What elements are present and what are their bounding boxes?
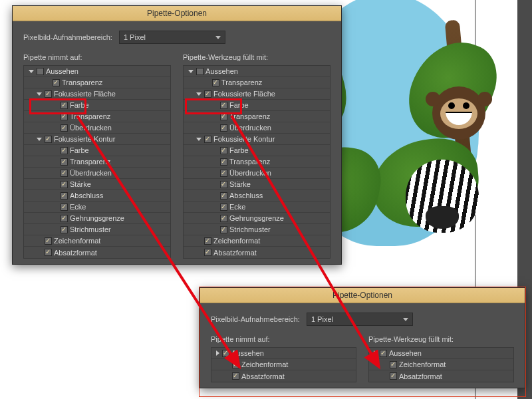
disclosure-down-icon[interactable]: [37, 138, 42, 141]
tree-item[interactable]: Zeichenformat: [184, 235, 330, 247]
tree-item[interactable]: Gehrungsgrenze: [184, 213, 330, 224]
applies-tree[interactable]: AussehenTransparenzFokussierte FlächeFar…: [183, 65, 331, 259]
tree-item[interactable]: Absatzformat: [184, 247, 330, 258]
picks-up-tree-secondary[interactable]: AussehenZeichenformatAbsatzformat: [211, 347, 356, 382]
disclosure-down-icon[interactable]: [196, 92, 201, 96]
tree-item[interactable]: Transparenz: [24, 156, 170, 168]
checkbox[interactable]: [196, 68, 203, 75]
disclosure-right-icon[interactable]: [374, 350, 377, 356]
checkbox[interactable]: [45, 237, 52, 245]
tree-item[interactable]: Absatzformat: [24, 247, 170, 258]
checkbox[interactable]: [37, 68, 44, 75]
tree-item[interactable]: Überdrucken: [184, 168, 330, 179]
tree-item[interactable]: Transparenz: [184, 111, 330, 122]
tree-item[interactable]: Überdrucken: [24, 122, 170, 134]
checkbox[interactable]: [220, 124, 227, 132]
checkbox[interactable]: [232, 372, 239, 380]
checkbox[interactable]: [45, 249, 52, 256]
tree-item-label: Gehrungsgrenze: [229, 214, 284, 222]
checkbox[interactable]: [45, 90, 52, 98]
tree-item-label: Zeichenformat: [213, 237, 260, 245]
tree-item[interactable]: Zeichenformat: [369, 359, 513, 370]
tree-item[interactable]: Strichmuster: [24, 224, 170, 235]
tree-item[interactable]: Zeichenformat: [211, 359, 356, 370]
checkbox[interactable]: [61, 181, 68, 188]
checkbox[interactable]: [220, 170, 227, 177]
checkbox[interactable]: [220, 147, 227, 154]
disclosure-down-icon[interactable]: [37, 92, 42, 96]
tree-item[interactable]: Abschluss: [184, 190, 330, 201]
tree-item[interactable]: Abschluss: [24, 190, 170, 201]
tree-item[interactable]: Farbe: [24, 100, 170, 111]
tree-item[interactable]: Fokussierte Kontur: [184, 134, 330, 145]
tree-item[interactable]: Ecke: [24, 201, 170, 213]
checkbox[interactable]: [220, 192, 227, 200]
raster-sample-select[interactable]: 1 Pixel: [119, 31, 225, 44]
checkbox[interactable]: [61, 102, 68, 109]
disclosure-right-icon[interactable]: [216, 350, 219, 356]
checkbox[interactable]: [204, 136, 211, 143]
checkbox[interactable]: [61, 192, 68, 200]
checkbox[interactable]: [232, 361, 239, 368]
raster-sample-select-secondary[interactable]: 1 Pixel: [307, 313, 413, 326]
checkbox[interactable]: [61, 124, 68, 132]
checkbox[interactable]: [61, 113, 68, 120]
checkbox[interactable]: [220, 181, 227, 188]
checkbox[interactable]: [390, 372, 397, 380]
checkbox[interactable]: [53, 79, 60, 86]
tree-item[interactable]: Fokussierte Kontur: [24, 134, 170, 145]
tree-item[interactable]: Transparenz: [184, 77, 330, 88]
checkbox[interactable]: [220, 158, 227, 166]
checkbox[interactable]: [220, 102, 227, 109]
checkbox[interactable]: [61, 226, 68, 233]
tree-item[interactable]: Aussehen: [369, 348, 513, 359]
tree-item[interactable]: Ecke: [184, 201, 330, 213]
checkbox[interactable]: [61, 170, 68, 177]
tree-item[interactable]: Stärke: [24, 179, 170, 190]
checkbox[interactable]: [204, 90, 211, 98]
tree-item[interactable]: Aussehen: [24, 66, 170, 77]
tree-item[interactable]: Fokussierte Fläche: [24, 88, 170, 100]
checkbox[interactable]: [61, 203, 68, 211]
tree-item[interactable]: Farbe: [24, 145, 170, 156]
tree-item-label: Farbe: [229, 101, 249, 109]
disclosure-down-icon[interactable]: [188, 70, 194, 73]
tree-item[interactable]: Strichmuster: [184, 224, 330, 235]
tree-item[interactable]: Farbe: [184, 145, 330, 156]
caret-spacer: [212, 162, 217, 162]
tree-item[interactable]: Aussehen: [211, 348, 356, 359]
tree-item[interactable]: Farbe: [184, 100, 330, 111]
tree-item-label: Absatzformat: [213, 249, 257, 257]
tree-item[interactable]: Aussehen: [184, 66, 330, 77]
checkbox[interactable]: [204, 237, 211, 245]
checkbox[interactable]: [212, 79, 219, 86]
caret-spacer: [212, 116, 217, 117]
tree-item[interactable]: Gehrungsgrenze: [24, 213, 170, 224]
picks-up-tree[interactable]: AussehenTransparenzFokussierte FlächeFar…: [23, 65, 171, 259]
tree-item[interactable]: Stärke: [184, 179, 330, 190]
checkbox[interactable]: [61, 158, 68, 166]
tree-item[interactable]: Transparenz: [24, 77, 170, 88]
tree-item[interactable]: Fokussierte Fläche: [184, 88, 330, 100]
disclosure-down-icon[interactable]: [29, 70, 34, 73]
checkbox[interactable]: [220, 203, 227, 211]
checkbox[interactable]: [380, 350, 387, 357]
checkbox[interactable]: [222, 350, 229, 357]
tree-item[interactable]: Transparenz: [184, 156, 330, 168]
checkbox[interactable]: [390, 361, 397, 368]
tree-item[interactable]: Absatzformat: [211, 370, 356, 382]
tree-item[interactable]: Absatzformat: [369, 370, 513, 382]
tree-item[interactable]: Überdrucken: [24, 168, 170, 179]
checkbox[interactable]: [45, 136, 52, 143]
checkbox[interactable]: [61, 147, 68, 154]
checkbox[interactable]: [220, 113, 227, 120]
tree-item[interactable]: Zeichenformat: [24, 235, 170, 247]
applies-tree-secondary[interactable]: AussehenZeichenformatAbsatzformat: [368, 347, 514, 382]
tree-item[interactable]: Transparenz: [24, 111, 170, 122]
disclosure-down-icon[interactable]: [196, 138, 201, 141]
checkbox[interactable]: [220, 226, 227, 233]
tree-item[interactable]: Überdrucken: [184, 122, 330, 134]
checkbox[interactable]: [204, 249, 211, 256]
checkbox[interactable]: [220, 215, 227, 222]
checkbox[interactable]: [61, 215, 68, 222]
